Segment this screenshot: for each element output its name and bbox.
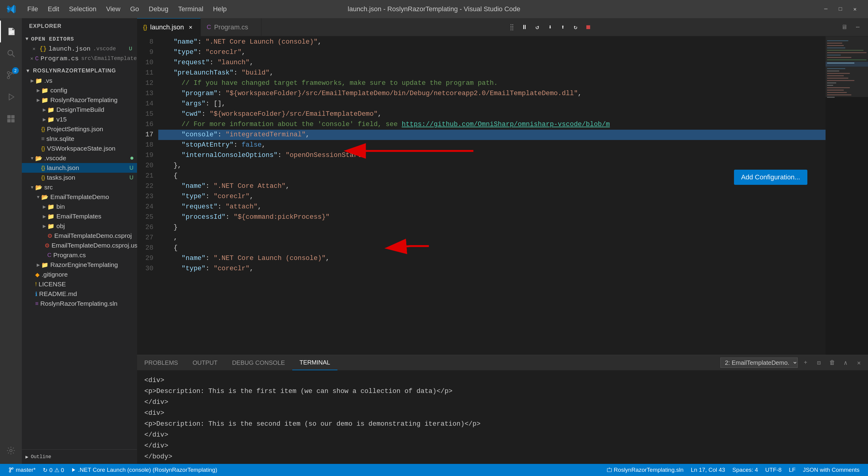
terminal-selector[interactable]: 2: EmailTemplateDemo. bbox=[720, 358, 798, 368]
panel-tab-output[interactable]: OUTPUT bbox=[185, 355, 225, 370]
tree-item-csproj-user[interactable]: ▶ ⚙ EmailTemplateDemo.csproj.user bbox=[22, 241, 137, 250]
maximize-button[interactable]: □ bbox=[833, 3, 847, 15]
new-terminal-button[interactable]: + bbox=[800, 357, 811, 368]
restart-button[interactable]: ↺ bbox=[532, 22, 543, 33]
svg-marker-51 bbox=[72, 468, 75, 472]
tree-item-designtime[interactable]: ▶ 📁 DesignTimeBuild bbox=[22, 105, 137, 114]
tree-item-razorengine[interactable]: ▶ 📁 RazorEngineTemplating bbox=[22, 260, 137, 270]
sync-status[interactable]: ↻ 0 ⚠ 0 bbox=[39, 464, 68, 476]
terminal-line: </div> bbox=[144, 397, 861, 408]
open-editor-program-cs[interactable]: ✕ C Program.cs src\EmailTemplateDemo bbox=[22, 54, 137, 63]
spaces-text: Spaces: 4 bbox=[733, 467, 758, 473]
window-controls: ─ □ ✕ bbox=[819, 3, 862, 15]
activity-extensions[interactable] bbox=[0, 108, 22, 130]
editor-area: {} launch.json ✕ C Program.cs ⣿ ⏸ ↺ ⬇ ⬆ … bbox=[137, 18, 868, 464]
activity-search[interactable] bbox=[0, 42, 22, 64]
tree-item-sln[interactable]: ▶ ≡ RoslynRazorTemplating.sln bbox=[22, 299, 137, 308]
step-into-button[interactable]: ⬇ bbox=[545, 22, 555, 33]
tree-item-sqlite[interactable]: ▶ ≡ slnx.sqlite bbox=[22, 134, 137, 144]
tree-item-csproj[interactable]: ▶ ⚙ EmailTemplateDemo.csproj bbox=[22, 231, 137, 241]
close-button[interactable]: ✕ bbox=[848, 3, 862, 15]
close-icon[interactable]: ✕ bbox=[30, 45, 38, 53]
panel-tab-terminal[interactable]: TERMINAL bbox=[292, 355, 337, 370]
panel-tab-problems[interactable]: PROBLEMS bbox=[137, 355, 185, 370]
menu-file[interactable]: File bbox=[23, 4, 42, 14]
menu-edit[interactable]: Edit bbox=[43, 4, 63, 14]
code-line-29: "name": ".NET Core Launch (console)", bbox=[158, 253, 826, 264]
tree-item-launch-json[interactable]: ▶ {} launch.json U bbox=[22, 163, 137, 173]
file-explorer: ▼ ROSLYNRAZORTEMPLATING ▶ 📁 .vs ▶ 📁 conf… bbox=[22, 66, 137, 449]
folder-arrow: ▶ bbox=[41, 214, 47, 219]
line-ending[interactable]: LF bbox=[785, 464, 799, 476]
close-icon[interactable]: ✕ bbox=[30, 55, 33, 62]
tree-item-emailtemplates[interactable]: ▶ 📁 EmailTemplates bbox=[22, 211, 137, 221]
activity-source-control[interactable]: 2 bbox=[0, 64, 22, 86]
tree-item-gitignore[interactable]: ▶ ◆ .gitignore bbox=[22, 270, 137, 279]
add-configuration-button[interactable]: Add Configuration... bbox=[734, 170, 807, 185]
stop-button[interactable]: ⏹ bbox=[583, 22, 594, 33]
menu-help[interactable]: Help bbox=[209, 4, 231, 14]
minimap-viewport bbox=[826, 36, 868, 97]
tree-item-readme[interactable]: ▶ ℹ README.md bbox=[22, 289, 137, 299]
project-arrow: ▼ bbox=[26, 68, 31, 74]
editor-content: 8 9 10 11 12 13 14 15 16 17 18 19 20 21 … bbox=[137, 36, 868, 355]
open-editor-launch-json[interactable]: ✕ {} launch.json .vscode U bbox=[22, 44, 137, 54]
git-branch[interactable]: master* bbox=[5, 464, 39, 476]
panel-tab-debug-console[interactable]: DEBUG CONSOLE bbox=[225, 355, 292, 370]
code-editor[interactable]: "name": ".NET Core Launch (console)", "t… bbox=[158, 36, 826, 355]
terminal-content[interactable]: <div> <p>Description: This is the first … bbox=[137, 370, 868, 464]
code-line-21: { bbox=[158, 171, 826, 181]
remote-button[interactable]: 🖥 bbox=[839, 22, 850, 33]
folder-icon: 📁 bbox=[41, 97, 49, 104]
tree-item-obj[interactable]: ▶ 📁 obj bbox=[22, 221, 137, 231]
minimize-button[interactable]: ─ bbox=[819, 3, 833, 15]
continue-button[interactable]: ↻ bbox=[570, 22, 581, 33]
outline-section[interactable]: ▶ Outline bbox=[22, 449, 137, 464]
menu-selection[interactable]: Selection bbox=[65, 4, 101, 14]
cursor-position[interactable]: Ln 17, Col 43 bbox=[687, 464, 729, 476]
tree-item-vsworkspace[interactable]: ▶ {} VSWorkspaceState.json bbox=[22, 144, 137, 153]
terminal-line: </div> bbox=[144, 441, 861, 451]
menu-go[interactable]: Go bbox=[126, 4, 143, 14]
activity-explorer[interactable] bbox=[0, 21, 22, 42]
step-out-button[interactable]: ⬆ bbox=[557, 22, 568, 33]
tree-item-vs[interactable]: ▶ 📁 .vs bbox=[22, 76, 137, 86]
tree-item-projectsettings[interactable]: ▶ {} ProjectSettings.json bbox=[22, 124, 137, 134]
language-mode[interactable]: JSON with Comments bbox=[799, 464, 863, 476]
tab-program-cs[interactable]: C Program.cs bbox=[201, 18, 261, 36]
tree-item-bin[interactable]: ▶ 📁 bin bbox=[22, 202, 137, 211]
encoding[interactable]: UTF-8 bbox=[762, 464, 785, 476]
tree-item-program-cs[interactable]: ▶ C Program.cs bbox=[22, 250, 137, 260]
tab-close-button[interactable]: ✕ bbox=[187, 24, 194, 31]
kill-terminal-button[interactable]: 🗑 bbox=[827, 357, 838, 368]
tree-item-roslyn[interactable]: ▶ 📁 RoslynRazorTemplating bbox=[22, 95, 137, 105]
pause-button[interactable]: ⏸ bbox=[519, 22, 530, 33]
tree-item-license[interactable]: ▶ ! LICENSE bbox=[22, 279, 137, 289]
tree-item-src[interactable]: ▼ 📂 src bbox=[22, 182, 137, 192]
open-editors-toggle[interactable]: ▼ Open Editors bbox=[22, 34, 137, 44]
activity-debug[interactable] bbox=[0, 86, 22, 108]
project-toggle[interactable]: ▼ ROSLYNRAZORTEMPLATING bbox=[22, 66, 137, 76]
close-panel-button[interactable]: ✕ bbox=[854, 357, 864, 368]
folder-icon: 📁 bbox=[41, 87, 49, 94]
json-icon: {} bbox=[41, 126, 45, 132]
settings-icon[interactable] bbox=[0, 440, 22, 462]
debug-config[interactable]: .NET Core Launch (console) (RoslynRazorT… bbox=[68, 464, 221, 476]
tree-item-config[interactable]: ▶ 📁 config bbox=[22, 86, 137, 95]
open-editor-name: launch.json bbox=[49, 45, 91, 53]
split-terminal-button[interactable]: ⊡ bbox=[813, 357, 824, 368]
tree-item-v15[interactable]: ▶ 📁 v15 bbox=[22, 114, 137, 124]
menu-terminal[interactable]: Terminal bbox=[174, 4, 207, 14]
indentation[interactable]: Spaces: 4 bbox=[729, 464, 762, 476]
tree-label: bin bbox=[56, 203, 137, 210]
project-name[interactable]: RoslynRazorTemplating.sln bbox=[603, 464, 687, 476]
more-actions-button[interactable]: ⋯ bbox=[852, 22, 863, 33]
maximize-panel-button[interactable]: ∧ bbox=[840, 357, 851, 368]
split-editor-button[interactable]: ⣿ bbox=[506, 22, 517, 33]
tab-launch-json[interactable]: {} launch.json ✕ bbox=[137, 18, 201, 36]
tree-item-tasks-json[interactable]: ▶ {} tasks.json U bbox=[22, 173, 137, 182]
menu-view[interactable]: View bbox=[102, 4, 125, 14]
menu-debug[interactable]: Debug bbox=[145, 4, 173, 14]
tree-item-vscode[interactable]: ▼ 📂 .vscode bbox=[22, 153, 137, 163]
tree-item-emailtemplatedemo[interactable]: ▼ 📂 EmailTemplateDemo bbox=[22, 192, 137, 202]
